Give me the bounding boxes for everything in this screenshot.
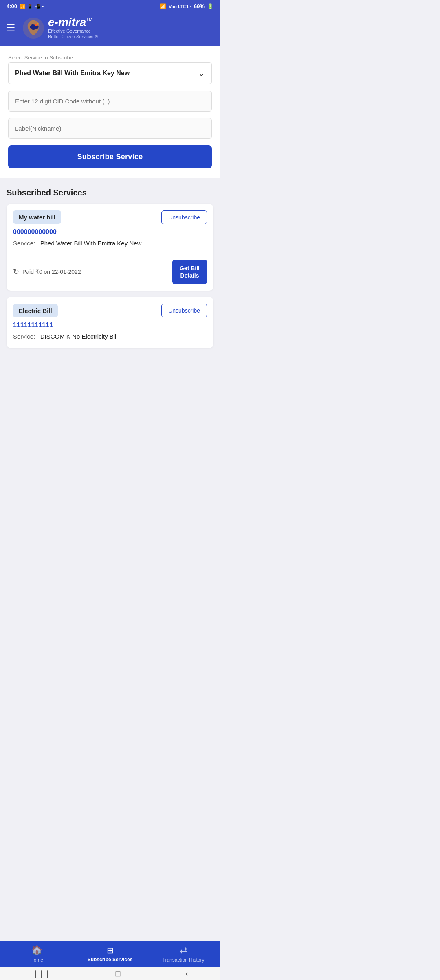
logo-area: e-mitra TM Effective Governance Better C… [22, 17, 98, 40]
water-account-id: 000000000000 [13, 228, 207, 236]
select-service-label: Select Service to Subscribe [8, 55, 212, 61]
app-header: ☰ e-mitra TM Effective Governance Better… [0, 13, 220, 46]
status-bar: 4:00 📶 📱 📲 • 📶 Voo LTE1 ▪ 69% 🔋 [0, 0, 220, 13]
chevron-down-icon: ⌄ [198, 68, 205, 78]
card-divider [13, 254, 207, 254]
subscribe-service-button[interactable]: Subscribe Service [8, 145, 212, 168]
electric-bill-card: Electric Bill Unsubscribe 11111111111 Se… [7, 297, 213, 348]
subscribed-services-title: Subscribed Services [7, 188, 213, 197]
signal-icon: Voo LTE1 ▪ [169, 4, 191, 9]
electric-service-name-row: Service: DISCOM K No Electricity Bill [13, 332, 207, 341]
trademark: TM [86, 17, 92, 22]
water-service-name-row: Service: Phed Water Bill With Emitra Key… [13, 239, 207, 248]
tagline1: Effective Governance [48, 28, 98, 34]
label-input[interactable] [8, 118, 212, 139]
subscribed-services-section: Subscribed Services My water bill Unsubs… [0, 178, 220, 361]
water-bill-label: My water bill [13, 210, 61, 224]
electric-bill-label: Electric Bill [13, 304, 58, 317]
service-dropdown[interactable]: Phed Water Bill With Emitra Key New ⌄ [8, 62, 212, 84]
water-service-value: Phed Water Bill With Emitra Key New [40, 240, 142, 247]
bill-footer-row: ↻ Paid ₹0 on 22-01-2022 Get Bill Details [13, 260, 207, 284]
card-top-row-electric: Electric Bill Unsubscribe [13, 304, 207, 317]
card-top-row-water: My water bill Unsubscribe [13, 210, 207, 224]
status-icons: 📶 📱 📲 • [20, 4, 44, 9]
electric-service-label: Service: [13, 333, 35, 340]
paid-info: ↻ Paid ₹0 on 22-01-2022 [13, 267, 81, 276]
status-right: 📶 Voo LTE1 ▪ 69% 🔋 [160, 3, 213, 9]
subscribe-form-card: Select Service to Subscribe Phed Water B… [0, 46, 220, 178]
cid-input[interactable] [8, 91, 212, 112]
water-service-label: Service: [13, 240, 35, 247]
selected-service-text: Phed Water Bill With Emitra Key New [15, 70, 130, 77]
app-title: e-mitra [48, 17, 86, 28]
wifi-icon: 📶 [160, 3, 166, 9]
hamburger-menu[interactable]: ☰ [7, 23, 15, 33]
battery-text: 69% [194, 3, 205, 9]
tagline2: Better Citizen Services ® [48, 34, 98, 39]
logo-icon [22, 17, 45, 39]
history-icon: ↻ [13, 267, 19, 276]
svg-point-1 [35, 24, 37, 26]
get-bill-details-button[interactable]: Get Bill Details [172, 260, 207, 284]
unsubscribe-electric-button[interactable]: Unsubscribe [161, 304, 207, 317]
logo-text: e-mitra TM Effective Governance Better C… [48, 17, 98, 40]
electric-account-id: 11111111111 [13, 322, 207, 329]
paid-text: Paid ₹0 on 22-01-2022 [22, 269, 81, 275]
status-left: 4:00 📶 📱 📲 • [7, 3, 44, 9]
unsubscribe-water-button[interactable]: Unsubscribe [161, 210, 207, 224]
electric-service-value: DISCOM K No Electricity Bill [40, 333, 118, 340]
main-content: Select Service to Subscribe Phed Water B… [0, 46, 220, 394]
status-time: 4:00 [7, 3, 17, 9]
water-bill-card: My water bill Unsubscribe 000000000000 S… [7, 204, 213, 291]
battery-icon: 🔋 [207, 3, 213, 9]
